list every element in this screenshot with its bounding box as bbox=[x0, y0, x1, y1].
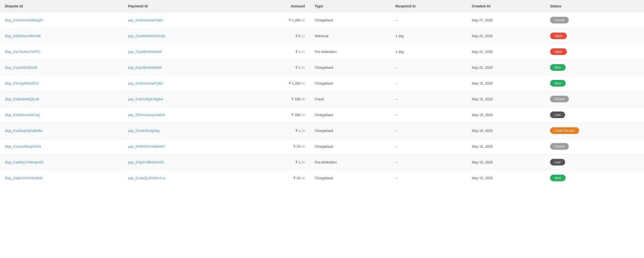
type-cell: Pre Arbitration bbox=[310, 154, 390, 170]
type-cell: Chargeback bbox=[310, 170, 390, 186]
status-badge: Won bbox=[550, 80, 566, 86]
dispute-id-cell: disp_EsAJaXbKq0n2Gt bbox=[0, 138, 123, 154]
dispute-id-cell: disp_EsIMubKldQtcu5 bbox=[0, 91, 123, 107]
table-row: disp_Es9AhyYHWmpx03 pay_EOpSY8fk1MsVID ₹… bbox=[0, 154, 644, 170]
amount-decimal: .00 bbox=[300, 18, 305, 22]
payment-id-link[interactable]: pay_EMFHErtVk0BAM7 bbox=[128, 144, 165, 148]
dispute-id-link[interactable]: disp_Es9AhyYHWmpx03 bbox=[5, 160, 44, 164]
payment-id-link[interactable]: pay_EsyWjHrfzb59eR bbox=[128, 50, 162, 54]
payment-id-link[interactable]: pay_EnawQL6VkNuYLa bbox=[128, 176, 166, 180]
type-cell: Chargeback bbox=[310, 138, 390, 154]
created-at-cell: May 19, 2020 bbox=[467, 91, 546, 107]
status-badge: Open bbox=[550, 48, 567, 55]
dispute-id-link[interactable]: disp_Esyvk3kZj0isXk bbox=[5, 66, 38, 70]
dispute-id-link[interactable]: disp_Esz7KAitoYM7PJ bbox=[5, 50, 40, 54]
status-badge: Closed bbox=[550, 17, 569, 24]
respond-in-cell: -- bbox=[390, 154, 467, 170]
payment-id-link[interactable]: pay_EOpSY8fk1MsVID bbox=[128, 160, 164, 164]
amount-decimal: .12 bbox=[300, 34, 305, 38]
dispute-id-link[interactable]: disp_EsAJaXbKq0n2Gt bbox=[5, 144, 41, 148]
respond-in-cell: -- bbox=[390, 107, 467, 123]
status-badge: Closed bbox=[550, 96, 569, 102]
dispute-id-cell: disp_Et09Yeczv9KHXB bbox=[0, 28, 123, 44]
payment-id-link[interactable]: pay_EsIKS2bpFiWghA bbox=[128, 97, 163, 101]
created-at-cell: May 21, 2020 bbox=[467, 60, 546, 76]
table-row: disp_Esz7KAitoYM7PJ pay_EsyWjHrfzb59eR ₹… bbox=[0, 44, 644, 60]
dispute-id-link[interactable]: disp_EsIMubKldQtcu5 bbox=[5, 97, 39, 101]
payment-id-link[interactable]: pay_EsIStomuIwFQ6U bbox=[128, 82, 163, 85]
amount-whole: ₹ 390 bbox=[292, 113, 300, 117]
respond-in-cell: -- bbox=[390, 91, 467, 107]
amount-whole: ₹ 1 bbox=[295, 50, 300, 54]
col-header-payment-id: Payment Id bbox=[123, 0, 244, 12]
status-badge: Won bbox=[550, 175, 566, 181]
payment-id-link[interactable]: pay_EsyWjHrfzb59eR bbox=[128, 66, 162, 70]
amount-cell: ₹ 1.00 bbox=[243, 60, 310, 76]
status-cell: Open bbox=[545, 28, 644, 44]
created-at-cell: May 19, 2020 bbox=[467, 154, 546, 170]
dispute-id-cell: disp_Es9AhyYHWmpx03 bbox=[0, 154, 123, 170]
col-header-type: Type bbox=[310, 0, 390, 12]
table-row: disp_EsIUyp8XlaZ0Ut pay_EsIStomuIwFQ6U ₹… bbox=[0, 76, 644, 91]
respond-in-cell: -- bbox=[390, 12, 467, 28]
dispute-id-link[interactable]: disp_EsIUyp8XlaZ0Ut bbox=[5, 82, 39, 85]
table-row: disp_EsAJaXbKq0n2Gt pay_EMFHErtVk0BAM7 ₹… bbox=[0, 138, 644, 154]
dispute-id-link[interactable]: disp_EvNSOmZN9k2gEt bbox=[5, 18, 43, 22]
amount-whole: ₹ 1,300 bbox=[289, 18, 300, 22]
payment-id-cell: pay_EsyWjHrfzb59eR bbox=[123, 44, 244, 60]
payment-id-cell: pay_EsIStomuIwFQ6U bbox=[123, 12, 244, 28]
table-row: disp_EsA0oqNQhaB48a pay_EIvAlrI9majzDg ₹… bbox=[0, 123, 644, 138]
type-cell: Chargeback bbox=[310, 12, 390, 28]
dispute-id-link[interactable]: disp_EsA0oqNQhaB48a bbox=[5, 129, 42, 133]
respond-in-cell: 1 day bbox=[390, 44, 467, 60]
dispute-id-cell: disp_EvNSOmZN9k2gEt bbox=[0, 12, 123, 28]
amount-cell: ₹ 0.12 bbox=[243, 28, 310, 44]
amount-decimal: .00 bbox=[300, 113, 305, 117]
amount-decimal: .00 bbox=[300, 145, 305, 148]
dispute-id-link[interactable]: disp_Et09Yeczv9KHXB bbox=[5, 34, 41, 38]
status-cell: Won bbox=[545, 60, 644, 76]
payment-id-cell: pay_EsIKS2bpFiWghA bbox=[123, 91, 244, 107]
amount-decimal: .00 bbox=[300, 160, 305, 164]
table-row: disp_EvNSOmZN9k2gEt pay_EsIStomuIwFQ6U ₹… bbox=[0, 12, 644, 28]
payment-id-link[interactable]: pay_EIvAlrI9majzDg bbox=[128, 129, 160, 133]
type-cell: Fraud bbox=[310, 91, 390, 107]
amount-whole: ₹ 1,300 bbox=[289, 82, 300, 85]
amount-decimal: .21 bbox=[300, 50, 305, 54]
status-cell: Won bbox=[545, 76, 644, 91]
dispute-id-cell: disp_EsIAlDcoUr8CaQ bbox=[0, 107, 123, 123]
created-at-cell: May 19, 2020 bbox=[467, 170, 546, 186]
amount-whole: ₹ 20 bbox=[294, 176, 300, 180]
payment-id-link[interactable]: pay_EsIStomuIwFQ6U bbox=[128, 18, 163, 22]
type-cell: Retrieval bbox=[310, 28, 390, 44]
respond-in-cell: -- bbox=[390, 170, 467, 186]
col-header-dispute-id: Dispute Id bbox=[0, 0, 123, 12]
table-row: disp_Esyvk3kZj0isXk pay_EsyWjHrfzb59eR ₹… bbox=[0, 60, 644, 76]
dispute-id-cell: disp_EsIUyp8XlaZ0Ut bbox=[0, 76, 123, 91]
table-row: disp_Es8z1HGW3Xi4M1 pay_EnawQL6VkNuYLa ₹… bbox=[0, 170, 644, 186]
amount-cell: ₹ 1,300.00 bbox=[243, 12, 310, 28]
table-row: disp_EsIMubKldQtcu5 pay_EsIKS2bpFiWghA ₹… bbox=[0, 91, 644, 107]
dispute-id-link[interactable]: disp_Es8z1HGW3Xi4M1 bbox=[5, 176, 43, 180]
amount-whole: ₹ 1 bbox=[295, 129, 300, 133]
dispute-id-cell: disp_Esz7KAitoYM7PJ bbox=[0, 44, 123, 60]
table-header-row: Dispute Id Payment Id Amount Type Respon… bbox=[0, 0, 644, 12]
status-cell: Closed bbox=[545, 138, 644, 154]
payment-id-cell: pay_EIvAlrI9majzDg bbox=[123, 123, 244, 138]
payment-id-cell: pay_EOpSY8fk1MsVID bbox=[123, 154, 244, 170]
status-badge: Under Review bbox=[550, 127, 579, 134]
created-at-cell: May 19, 2020 bbox=[467, 138, 546, 154]
respond-in-cell: -- bbox=[390, 123, 467, 138]
dispute-id-link[interactable]: disp_EsIAlDcoUr8CaQ bbox=[5, 113, 40, 117]
payment-id-link[interactable]: pay_EsxMXhdXdHZeQx bbox=[128, 34, 166, 38]
status-cell: Open bbox=[545, 44, 644, 60]
amount-decimal: .00 bbox=[300, 176, 305, 180]
created-at-cell: May 19, 2020 bbox=[467, 76, 546, 91]
amount-cell: ₹ 1,300.00 bbox=[243, 76, 310, 91]
payment-id-link[interactable]: pay_EFtmUsbwpXwBHI bbox=[128, 113, 165, 117]
type-cell: Chargeback bbox=[310, 76, 390, 91]
status-badge: Won bbox=[550, 64, 566, 71]
type-cell: Chargeback bbox=[310, 107, 390, 123]
respond-in-cell: -- bbox=[390, 60, 467, 76]
dispute-id-cell: disp_EsA0oqNQhaB48a bbox=[0, 123, 123, 138]
